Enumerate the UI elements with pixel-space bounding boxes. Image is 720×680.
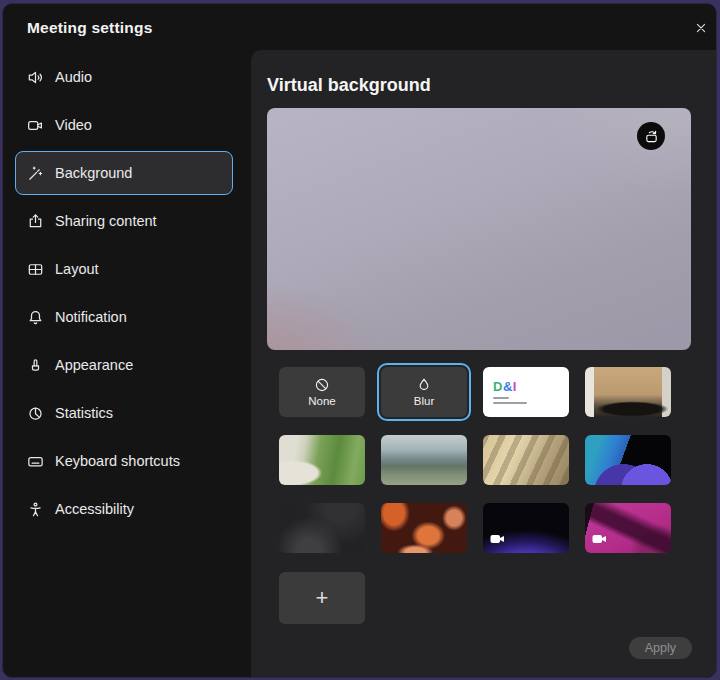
bg-thumbnail-blurred-mountains[interactable]	[381, 435, 467, 485]
bg-thumbnail-purple-glow[interactable]	[483, 503, 569, 553]
sidebar-item-keyboard-shortcuts[interactable]: Keyboard shortcuts	[15, 439, 233, 483]
add-background-button[interactable]: +	[279, 572, 365, 624]
sidebar-item-statistics[interactable]: Statistics	[15, 391, 233, 435]
speaker-icon	[25, 67, 45, 87]
meeting-settings-dialog: Meeting settings Audio	[2, 3, 717, 678]
dni-logo-subtext	[493, 397, 509, 399]
bg-thumbnail-window-shadows[interactable]	[483, 435, 569, 485]
sidebar-item-label: Keyboard shortcuts	[55, 453, 180, 469]
panel-title: Virtual background	[267, 75, 431, 96]
accessibility-icon	[25, 499, 45, 519]
paintbrush-icon	[25, 355, 45, 375]
close-button[interactable]	[690, 17, 712, 39]
sidebar-item-label: Video	[55, 117, 92, 133]
sidebar-item-label: Audio	[55, 69, 92, 85]
close-icon	[693, 20, 709, 36]
pie-chart-icon	[25, 403, 45, 423]
sidebar-item-label: Sharing content	[55, 213, 157, 229]
layout-grid-icon	[25, 259, 45, 279]
sidebar-item-sharing-content[interactable]: Sharing content	[15, 199, 233, 243]
sidebar-item-notification[interactable]: Notification	[15, 295, 233, 339]
bg-option-label: Blur	[414, 396, 434, 408]
prohibited-icon	[313, 376, 331, 394]
sidebar-item-label: Layout	[55, 261, 99, 277]
sidebar-item-appearance[interactable]: Appearance	[15, 343, 233, 387]
bg-option-blur[interactable]: Blur	[381, 367, 467, 417]
sidebar-item-accessibility[interactable]: Accessibility	[15, 487, 233, 531]
bg-option-none[interactable]: None	[279, 367, 365, 417]
water-drop-icon	[415, 376, 433, 394]
video-badge-icon	[592, 534, 607, 544]
sidebar-item-layout[interactable]: Layout	[15, 247, 233, 291]
bg-thumbnail-living-room[interactable]	[279, 435, 365, 485]
bg-thumbnail-office-room[interactable]	[585, 367, 671, 417]
bg-thumbnail-pink-abstract[interactable]	[585, 503, 671, 553]
sidebar-item-audio[interactable]: Audio	[15, 55, 233, 99]
settings-sidebar: Audio Video Background	[3, 50, 251, 677]
screen: Meeting settings Audio	[0, 0, 720, 680]
video-camera-icon	[25, 115, 45, 135]
bg-thumbnail-abstract-blue-purple[interactable]	[585, 435, 671, 485]
video-badge-icon	[490, 534, 505, 544]
apply-button[interactable]: Apply	[629, 637, 692, 659]
sidebar-item-label: Accessibility	[55, 501, 134, 517]
dni-logo-text: D&I	[493, 380, 517, 393]
dialog-title: Meeting settings	[27, 19, 153, 37]
flip-camera-icon	[643, 128, 660, 145]
sidebar-item-label: Background	[55, 165, 132, 181]
bell-icon	[25, 307, 45, 327]
sidebar-item-background[interactable]: Background	[15, 151, 233, 195]
sidebar-item-label: Notification	[55, 309, 127, 325]
bg-thumbnail-dark-waves[interactable]	[279, 503, 365, 553]
bg-thumbnail-orange-lava[interactable]	[381, 503, 467, 553]
camera-preview	[267, 108, 691, 350]
bg-thumbnail-dni-logo[interactable]: D&I	[483, 367, 569, 417]
plus-icon: +	[316, 585, 329, 611]
sidebar-item-label: Statistics	[55, 405, 113, 421]
sidebar-item-label: Appearance	[55, 357, 133, 373]
share-icon	[25, 211, 45, 231]
flip-camera-button[interactable]	[637, 122, 665, 150]
magic-wand-icon	[25, 163, 45, 183]
bg-option-label: None	[308, 396, 336, 408]
keyboard-icon	[25, 451, 45, 471]
dni-logo-subtext	[493, 402, 527, 404]
sidebar-item-video[interactable]: Video	[15, 103, 233, 147]
